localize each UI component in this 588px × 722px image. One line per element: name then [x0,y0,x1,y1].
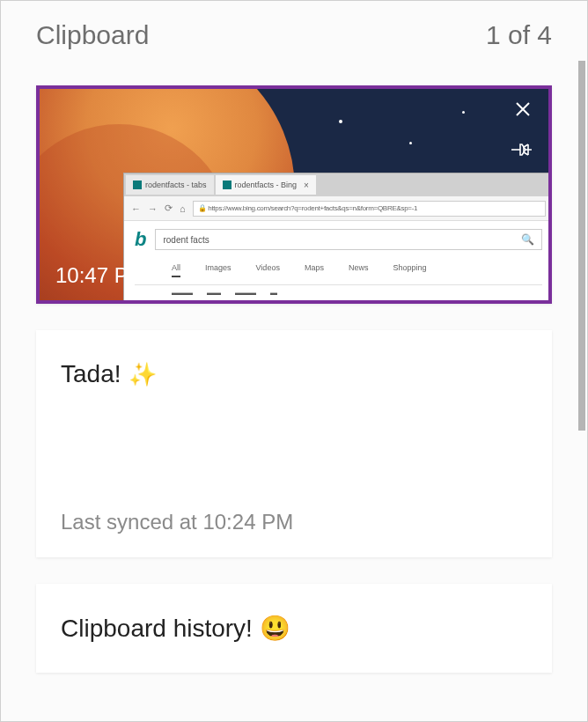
clipboard-item-text[interactable]: Clipboard history! 😃 [36,584,552,673]
smiley-icon: 😃 [260,614,290,643]
browser-window-thumbnail: rodentfacts - tabs rodentfacts - Bing× ←… [123,173,552,304]
clipboard-item-image[interactable]: rodentfacts - tabs rodentfacts - Bing× ←… [36,85,552,304]
sparkle-icon: ✨ [129,361,157,388]
timestamp-label: 10:47 PM [55,263,146,288]
panel-header: Clipboard 1 of 4 [1,1,587,59]
clipboard-text-content: Tada! ✨ [61,360,527,388]
scrollbar[interactable] [578,61,585,431]
close-icon[interactable] [511,99,534,119]
scrollbar-thumb[interactable] [578,61,585,431]
clipboard-panel: Clipboard 1 of 4 rodentfacts - tabs rode… [0,0,588,722]
pin-icon[interactable] [511,142,534,158]
item-counter: 1 of 4 [486,20,552,50]
panel-title: Clipboard [36,20,149,50]
sync-status-label: Last synced at 10:24 PM [61,510,527,534]
clipboard-text-content: Clipboard history! 😃 [61,614,527,643]
items-scroll-area[interactable]: rodentfacts - tabs rodentfacts - Bing× ←… [1,59,587,721]
clipboard-item-text[interactable]: Tada! ✨ Last synced at 10:24 PM [36,330,552,557]
